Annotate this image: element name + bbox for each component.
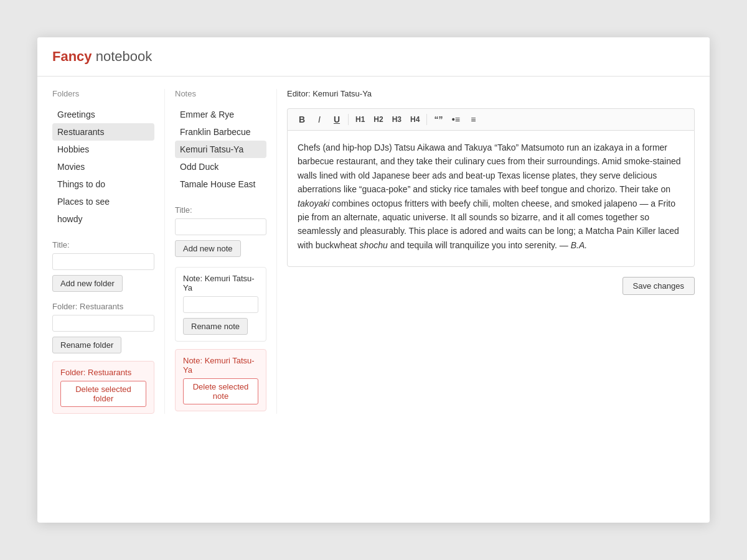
editor-column: Editor: Kemuri Tatsu-Ya B I U H1 H2 H3 H… [276, 89, 695, 414]
rename-folder-button[interactable]: Rename folder [52, 337, 121, 353]
rename-folder-label-name: Restuarants [80, 302, 123, 311]
rename-folder-input[interactable] [52, 315, 154, 332]
folder-item-hobbies[interactable]: Hobbies [52, 141, 154, 158]
app-title-fancy: Fancy [52, 49, 92, 64]
save-changes-button[interactable]: Save changes [622, 277, 695, 295]
delete-folder-button[interactable]: Delete selected folder [60, 381, 146, 407]
rename-note-button[interactable]: Rename note [183, 318, 248, 335]
folder-item-restuarants[interactable]: Restuarants [52, 123, 154, 141]
app-header: Fancy notebook [37, 37, 710, 77]
toolbar-italic[interactable]: I [311, 113, 327, 126]
toolbar-list-unordered[interactable]: •≡ [448, 113, 464, 126]
delete-folder-label-prefix: Folder: [60, 368, 88, 377]
add-note-title-label: Title: [175, 205, 266, 215]
add-note-button[interactable]: Add new note [175, 240, 241, 257]
add-folder-title-input[interactable] [52, 253, 154, 270]
delete-note-label-prefix: Note: [183, 356, 205, 365]
folder-item-things-to-do[interactable]: Things to do [52, 175, 154, 193]
toolbar-bold[interactable]: B [294, 113, 310, 126]
editor-content[interactable]: Chefs (and hip-hop DJs) Tatsu Aikawa and… [287, 130, 695, 267]
editor-toolbar: B I U H1 H2 H3 H4 “” •≡ ≡ [287, 108, 695, 130]
rename-folder-label-prefix: Folder: [52, 302, 80, 311]
folder-list: Greetings Restuarants Hobbies Movies Thi… [52, 106, 154, 228]
editor-header: Editor: Kemuri Tatsu-Ya [287, 89, 695, 98]
rename-folder-label: Folder: Restuarants [52, 302, 154, 311]
folders-column: Folders Greetings Restuarants Hobbies Mo… [52, 89, 164, 414]
folder-item-places-to-see[interactable]: Places to see [52, 193, 154, 210]
rename-note-input[interactable] [183, 296, 258, 313]
delete-note-section: Note: Kemuri Tatsu-Ya Delete selected no… [175, 349, 266, 411]
app-title: Fancy notebook [52, 49, 152, 64]
add-folder-section: Title: Add new folder [52, 240, 154, 292]
folders-column-header: Folders [52, 89, 154, 98]
app-title-notebook: notebook [92, 49, 153, 64]
toolbar-divider-1 [348, 114, 349, 125]
notes-column: Notes Emmer & Rye Franklin Barbecue Kemu… [164, 89, 276, 414]
add-note-section: Title: Add new note [175, 205, 266, 257]
toolbar-quote[interactable]: “” [430, 113, 446, 126]
delete-note-button[interactable]: Delete selected note [183, 378, 258, 404]
delete-folder-label-name: Restuarants [88, 368, 131, 377]
toolbar-list-ordered[interactable]: ≡ [465, 113, 481, 126]
editor-header-prefix: Editor: [287, 89, 312, 98]
note-item-kemuri-tatsu-ya[interactable]: Kemuri Tatsu-Ya [175, 141, 266, 158]
editor-header-name: Kemuri Tatsu-Ya [312, 89, 372, 98]
toolbar-h3[interactable]: H3 [388, 113, 405, 126]
folder-item-greetings[interactable]: Greetings [52, 106, 154, 123]
app-window: Fancy notebook Folders Greetings Restuar… [37, 37, 710, 523]
rename-folder-section: Folder: Restuarants Rename folder [52, 302, 154, 353]
toolbar-h1[interactable]: H1 [352, 113, 369, 126]
toolbar-h2[interactable]: H2 [370, 113, 387, 126]
rename-note-label-prefix: Note: [183, 274, 205, 283]
delete-note-label: Note: Kemuri Tatsu-Ya [183, 356, 258, 375]
add-note-title-input[interactable] [175, 218, 266, 235]
toolbar-underline[interactable]: U [329, 113, 345, 126]
add-folder-button[interactable]: Add new folder [52, 275, 123, 292]
note-item-odd-duck[interactable]: Odd Duck [175, 158, 266, 175]
folder-item-howdy[interactable]: howdy [52, 210, 154, 228]
app-body: Folders Greetings Restuarants Hobbies Mo… [37, 77, 710, 426]
folder-item-movies[interactable]: Movies [52, 158, 154, 175]
toolbar-h4[interactable]: H4 [406, 113, 423, 126]
rename-note-section: Note: Kemuri Tatsu-Ya Rename note [175, 267, 266, 342]
delete-folder-section: Folder: Restuarants Delete selected fold… [52, 361, 154, 414]
note-item-franklin-barbecue[interactable]: Franklin Barbecue [175, 123, 266, 141]
rename-note-label: Note: Kemuri Tatsu-Ya [183, 274, 258, 292]
note-item-emmer-rye[interactable]: Emmer & Rye [175, 106, 266, 123]
note-item-tamale-house-east[interactable]: Tamale House East [175, 175, 266, 193]
notes-column-header: Notes [175, 89, 266, 98]
note-list: Emmer & Rye Franklin Barbecue Kemuri Tat… [175, 106, 266, 193]
delete-folder-label: Folder: Restuarants [60, 368, 146, 377]
toolbar-divider-2 [426, 114, 427, 125]
add-folder-title-label: Title: [52, 240, 154, 250]
save-row: Save changes [287, 277, 695, 295]
